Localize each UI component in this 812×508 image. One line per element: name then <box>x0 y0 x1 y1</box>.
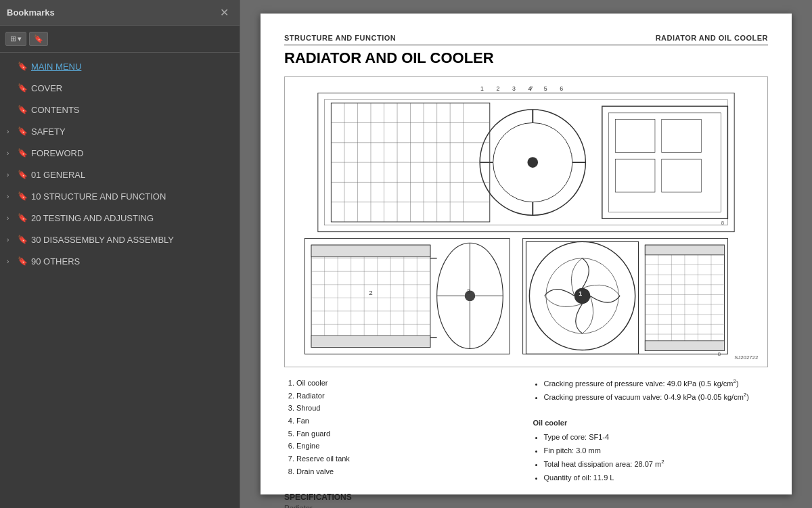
expand-arrow-icon[interactable]: › <box>7 149 18 157</box>
bookmark-item-01-general[interactable]: › 🔖 01 GENERAL <box>0 164 240 185</box>
bookmark-item-main-menu[interactable]: 🔖 MAIN MENU <box>0 55 240 77</box>
bookmark-flag-icon: 🔖 <box>18 191 27 201</box>
svg-text:1: 1 <box>480 85 484 92</box>
expand-placeholder <box>7 85 18 92</box>
svg-rect-29 <box>615 159 655 192</box>
diagram-container: 7 1 2 3 4 5 6 8 <box>284 76 768 367</box>
sidebar-toolbar: ⊞ ▾ 🔖 <box>0 26 240 53</box>
bookmark-list: 🔖 MAIN MENU 🔖 COVER 🔖 CONTENTS › 🔖 SAFET… <box>0 53 240 508</box>
svg-rect-57 <box>311 336 430 348</box>
svg-text:2: 2 <box>497 85 500 92</box>
svg-point-4 <box>527 157 538 168</box>
sidebar: Bookmarks ✕ ⊞ ▾ 🔖 🔖 MAIN MENU 🔖 COVER 🔖 … <box>0 0 240 508</box>
close-button[interactable]: ✕ <box>216 5 233 20</box>
list-item: Fin pitch: 3.0 mm <box>544 444 769 457</box>
bookmark-flag-icon: 🔖 <box>18 235 27 244</box>
bookmark-flag-icon: 🔖 <box>18 170 27 179</box>
bookmark-label[interactable]: 10 STRUCTURE AND FUNCTION <box>31 191 166 202</box>
svg-text:5: 5 <box>544 85 547 92</box>
bookmark-label[interactable]: MAIN MENU <box>31 62 81 72</box>
specs-title: SPECIFICATIONS <box>284 492 520 502</box>
resize-handle[interactable] <box>237 0 242 508</box>
bookmark-flag-icon: 🔖 <box>18 62 27 71</box>
expand-arrow-icon[interactable]: › <box>7 193 18 200</box>
main-content[interactable]: STRUCTURE AND FUNCTION RADIATOR AND OIL … <box>240 0 812 508</box>
list-item: Radiator <box>296 390 520 402</box>
list-item: Cracking pressure of pressure valve: 49.… <box>544 377 769 390</box>
expand-icon: ⊞ <box>10 34 16 43</box>
list-item: Quantity of oil: 11.9 L <box>544 471 769 484</box>
sidebar-header: Bookmarks ✕ <box>0 0 240 26</box>
svg-point-69 <box>574 288 590 304</box>
list-item: Cracking pressure of vacuum valve: 0-4.9… <box>544 390 769 403</box>
expand-arrow-icon[interactable]: › <box>7 258 18 265</box>
new-bookmark-button[interactable]: 🔖 <box>29 32 48 46</box>
expand-arrow-icon: ▾ <box>18 34 22 43</box>
list-item: Reserve oil tank <box>296 453 520 465</box>
page-title: RADIATOR AND OIL COOLER <box>284 49 768 67</box>
expand-arrow-icon[interactable]: › <box>7 236 18 244</box>
svg-rect-87 <box>645 245 724 255</box>
bookmark-item-cover[interactable]: 🔖 COVER <box>0 77 240 99</box>
bookmark-flag-icon: 🔖 <box>18 105 27 114</box>
parts-section: Oil cooler Radiator Shroud Fan Fan guard… <box>284 377 768 484</box>
svg-text:2: 2 <box>369 289 372 296</box>
page-container: STRUCTURE AND FUNCTION RADIATOR AND OIL … <box>261 14 792 494</box>
specs-column-right <box>533 492 769 508</box>
list-item: Fan guard <box>296 428 520 440</box>
list-item: Fan <box>296 415 520 428</box>
bookmark-label[interactable]: 01 GENERAL <box>31 170 85 180</box>
diagram-svg: 7 1 2 3 4 5 6 8 <box>285 77 767 367</box>
bookmark-flag-icon: 🔖 <box>18 148 27 158</box>
bookmark-label[interactable]: COVER <box>31 83 62 93</box>
expand-all-button[interactable]: ⊞ ▾ <box>5 32 26 46</box>
page-section-label: STRUCTURE AND FUNCTION <box>284 34 396 42</box>
svg-rect-30 <box>662 159 702 192</box>
specs-column-left: SPECIFICATIONS Radiator Type of core: CF… <box>284 492 520 508</box>
svg-text:3: 3 <box>467 287 470 295</box>
sidebar-title: Bookmarks <box>7 7 55 18</box>
expand-arrow-icon[interactable]: › <box>7 171 18 179</box>
bookmark-item-20-testing[interactable]: › 🔖 20 TESTING AND ADJUSTING <box>0 207 240 229</box>
expand-arrow-icon[interactable]: › <box>7 214 18 222</box>
svg-text:8: 8 <box>721 220 724 226</box>
list-item: Total heat dissipation area: 28.07 m2 <box>544 457 769 470</box>
list-item: Type of core: SF1-4 <box>544 431 769 444</box>
bookmark-item-30-disassembly[interactable]: › 🔖 30 DISASSEMBLY AND ASSEMBLY <box>0 229 240 250</box>
parts-list-right: Cracking pressure of pressure valve: 49.… <box>533 377 769 484</box>
bookmark-flag-icon: 🔖 <box>18 83 27 93</box>
bookmark-flag-icon: 🔖 <box>18 256 27 266</box>
bookmark-label[interactable]: SAFETY <box>31 126 66 137</box>
bookmark-label[interactable]: 30 DISASSEMBLY AND ASSEMBLY <box>31 235 174 245</box>
expand-placeholder <box>7 106 18 114</box>
list-item: Engine <box>296 440 520 453</box>
svg-rect-26 <box>609 113 721 212</box>
svg-text:8: 8 <box>718 351 721 357</box>
bookmark-label[interactable]: 90 OTHERS <box>31 256 80 267</box>
specs-radiator-subtitle: Radiator <box>284 504 520 508</box>
svg-text:4: 4 <box>528 85 531 92</box>
bookmark-label[interactable]: 20 TESTING AND ADJUSTING <box>31 213 154 223</box>
bookmark-icon: 🔖 <box>34 34 43 43</box>
svg-rect-88 <box>645 341 724 351</box>
list-item: Oil cooler <box>296 377 520 390</box>
bookmark-item-safety[interactable]: › 🔖 SAFETY <box>0 120 240 142</box>
svg-rect-28 <box>662 120 702 153</box>
bookmark-label[interactable]: FOREWORD <box>31 148 83 158</box>
bookmark-item-10-structure[interactable]: › 🔖 10 STRUCTURE AND FUNCTION <box>0 185 240 207</box>
bookmark-item-foreword[interactable]: › 🔖 FOREWORD <box>0 142 240 164</box>
parts-list-left: Oil cooler Radiator Shroud Fan Fan guard… <box>284 377 520 484</box>
svg-rect-66 <box>523 238 728 354</box>
bookmark-label[interactable]: CONTENTS <box>31 105 80 115</box>
svg-text:6: 6 <box>560 85 563 92</box>
bookmark-item-90-others[interactable]: › 🔖 90 OTHERS <box>0 250 240 272</box>
specs-section: SPECIFICATIONS Radiator Type of core: CF… <box>284 492 768 508</box>
bookmark-flag-icon: 🔖 <box>18 213 27 223</box>
list-item: Drain valve <box>296 465 520 478</box>
list-item: Shroud <box>296 402 520 415</box>
page-section-right: RADIATOR AND OIL COOLER <box>656 34 768 42</box>
oil-cooler-label: Oil cooler <box>533 417 769 430</box>
expand-arrow-icon[interactable]: › <box>7 128 18 135</box>
svg-text:1: 1 <box>579 290 582 297</box>
bookmark-item-contents[interactable]: 🔖 CONTENTS <box>0 99 240 120</box>
